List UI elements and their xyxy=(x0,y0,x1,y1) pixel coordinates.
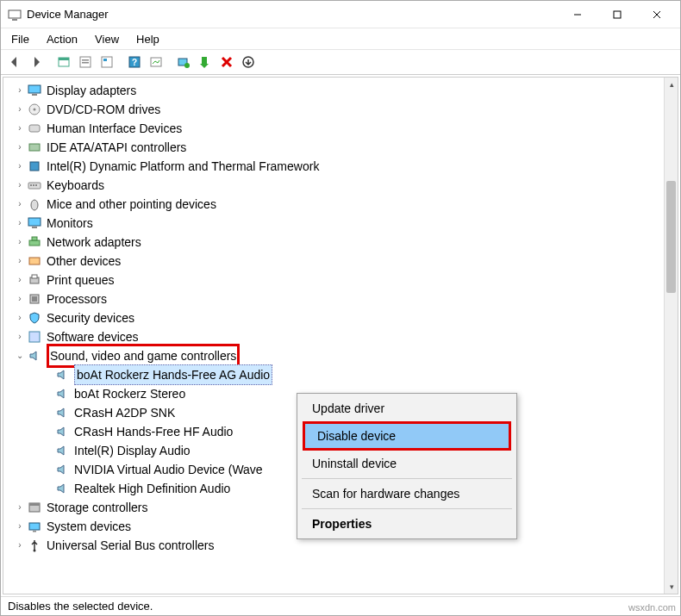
chevron-right-icon[interactable]: › xyxy=(14,236,26,248)
chevron-right-icon[interactable]: › xyxy=(14,217,26,229)
svg-rect-33 xyxy=(32,227,37,228)
tree-item[interactable]: ›Processors xyxy=(7,289,664,308)
chevron-right-icon[interactable]: › xyxy=(14,520,26,532)
chevron-down-icon[interactable]: ⌄ xyxy=(14,350,26,362)
menu-action[interactable]: Action xyxy=(38,31,86,47)
context-menu-separator xyxy=(302,508,512,509)
status-bar: Disables the selected device. xyxy=(1,596,680,615)
context-menu-item[interactable]: Scan for hardware changes xyxy=(300,482,514,506)
tree-item[interactable]: ›Human Interface Devices xyxy=(7,119,664,138)
chevron-right-icon[interactable]: › xyxy=(14,122,26,134)
menu-view[interactable]: View xyxy=(86,31,128,47)
properties-icon[interactable] xyxy=(97,52,117,72)
tree-item[interactable]: boAt Rockerz Hands-Free AG Audio xyxy=(7,365,664,384)
tree-item[interactable]: ›Security devices xyxy=(7,308,664,327)
tree-item[interactable]: ›IDE ATA/ATAPI controllers xyxy=(7,138,664,157)
chevron-right-icon[interactable]: › xyxy=(14,141,26,153)
context-menu-item[interactable]: Disable device xyxy=(305,424,509,448)
close-button[interactable] xyxy=(637,1,677,28)
tree-item[interactable]: ›Display adapters xyxy=(7,81,664,100)
tree-item[interactable]: ›Mice and other pointing devices xyxy=(7,195,664,214)
context-menu-item[interactable]: Uninstall device xyxy=(300,451,514,476)
menu-help[interactable]: Help xyxy=(128,31,168,47)
tree-item-label: CRasH Hands-Free HF Audio xyxy=(74,422,233,441)
scroll-up-arrow-icon[interactable]: ▴ xyxy=(665,78,678,91)
chevron-right-icon[interactable]: › xyxy=(14,103,26,115)
install-icon[interactable] xyxy=(195,52,216,72)
svg-point-31 xyxy=(31,200,38,210)
monitor-icon xyxy=(28,84,41,97)
tree-item[interactable]: ›Other devices xyxy=(7,252,664,271)
chevron-right-icon[interactable]: › xyxy=(14,312,26,324)
chevron-right-icon[interactable]: › xyxy=(14,84,26,96)
svg-rect-26 xyxy=(30,162,39,171)
svg-rect-3 xyxy=(614,11,621,18)
context-menu-item[interactable]: Properties xyxy=(300,512,514,536)
chip-icon xyxy=(28,159,41,173)
highlighted-menu-item: Disable device xyxy=(303,421,511,451)
chevron-right-icon[interactable]: › xyxy=(14,198,26,210)
svg-rect-28 xyxy=(30,184,32,186)
tree-item-label: Intel(R) Display Audio xyxy=(74,441,191,460)
chevron-right-icon[interactable]: › xyxy=(14,160,26,172)
disable-icon[interactable] xyxy=(216,52,237,72)
chevron-right-icon[interactable]: › xyxy=(14,539,26,551)
scroll-down-arrow-icon[interactable]: ▾ xyxy=(665,580,678,594)
svg-rect-44 xyxy=(29,523,40,530)
tree-item[interactable]: ›Intel(R) Dynamic Platform and Thermal F… xyxy=(7,157,664,176)
svg-rect-32 xyxy=(28,218,41,226)
svg-text:?: ? xyxy=(132,58,137,67)
svg-rect-11 xyxy=(102,57,112,67)
chevron-right-icon[interactable]: › xyxy=(14,331,26,343)
maximize-button[interactable] xyxy=(597,1,637,28)
chevron-right-icon[interactable]: › xyxy=(14,255,26,267)
status-text: Disables the selected device. xyxy=(8,600,153,613)
tree-item[interactable]: ›Keyboards xyxy=(7,176,664,195)
update-driver-icon[interactable] xyxy=(173,52,194,72)
app-icon xyxy=(8,8,22,22)
tree-item[interactable]: ›DVD/CD-ROM drives xyxy=(7,100,664,119)
tree-item[interactable]: ›Network adapters xyxy=(7,233,664,252)
svg-rect-12 xyxy=(103,59,107,61)
svg-rect-29 xyxy=(33,184,34,186)
tree-item[interactable]: ›Print queues xyxy=(7,271,664,289)
storage-icon xyxy=(28,501,41,514)
tree-item-label: boAt Rockerz Stereo xyxy=(74,384,185,403)
svg-rect-9 xyxy=(82,59,89,61)
svg-point-23 xyxy=(34,109,36,111)
monitor-icon xyxy=(28,216,41,230)
speaker-icon xyxy=(55,406,69,420)
vertical-scrollbar[interactable]: ▴ ▾ xyxy=(664,78,678,594)
toolbar-separator xyxy=(167,52,172,72)
ide-icon xyxy=(28,140,41,154)
chevron-right-icon[interactable]: › xyxy=(14,293,26,305)
minimize-button[interactable] xyxy=(558,1,597,28)
network-icon xyxy=(28,235,41,249)
help-icon[interactable]: ? xyxy=(124,52,145,72)
context-menu-item[interactable]: Update driver xyxy=(300,396,514,420)
speaker-icon xyxy=(55,425,69,439)
svg-rect-45 xyxy=(33,531,36,532)
uninstall-icon[interactable] xyxy=(238,52,259,72)
speaker-icon xyxy=(55,463,69,476)
scan-icon[interactable] xyxy=(146,52,166,72)
chevron-right-icon[interactable]: › xyxy=(14,274,26,286)
speaker-icon xyxy=(55,482,69,495)
tree-item[interactable]: ⌄Sound, video and game controllers xyxy=(7,346,664,365)
svg-rect-41 xyxy=(29,332,40,342)
back-arrow-icon[interactable] xyxy=(4,52,25,72)
system-icon xyxy=(28,520,41,533)
forward-arrow-icon[interactable] xyxy=(26,52,47,72)
show-hidden-icon[interactable] xyxy=(53,52,74,72)
tree-item[interactable]: ›Monitors xyxy=(7,214,664,233)
tree-item-label: Display adapters xyxy=(47,81,136,100)
watermark: wsxdn.com xyxy=(628,602,676,613)
mouse-icon xyxy=(28,197,41,211)
scroll-thumb[interactable] xyxy=(666,181,676,293)
tree-item-label: Processors xyxy=(47,289,107,308)
tree-item-label: CRasH A2DP SNK xyxy=(74,403,175,422)
menu-file[interactable]: File xyxy=(3,31,38,47)
refresh-icon[interactable] xyxy=(75,52,96,72)
chevron-right-icon[interactable]: › xyxy=(14,501,26,513)
chevron-right-icon[interactable]: › xyxy=(14,179,26,191)
